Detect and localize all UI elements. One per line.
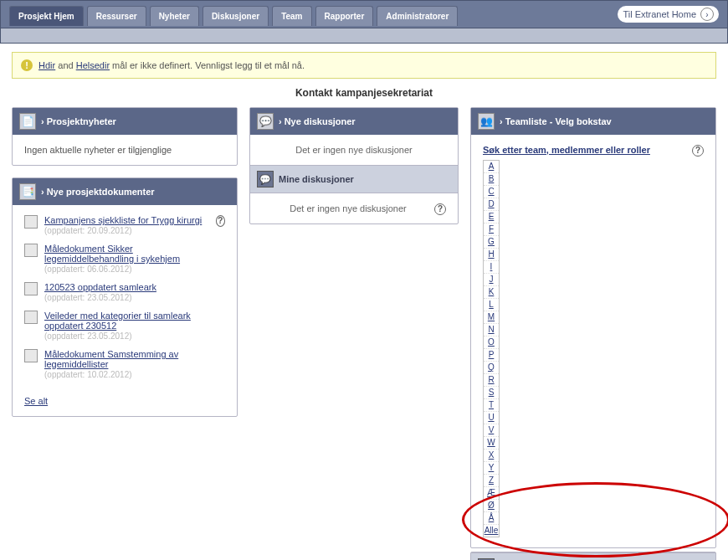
alpha-letter[interactable]: G (484, 236, 499, 249)
document-link[interactable]: Veileder med kategorier til samleark opp… (44, 311, 191, 331)
alpha-letter[interactable]: O (484, 337, 499, 349)
document-link[interactable]: Kampanjens sjekkliste for Trygg kirurgi (44, 215, 202, 225)
alpha-letter[interactable]: Q (484, 362, 499, 374)
panel-disc-title: Nye diskusjoner (279, 116, 356, 126)
page-title: Kontakt kampanjesekretariat (12, 87, 716, 99)
disc-empty-1: Det er ingen nye diskusjoner (250, 135, 458, 165)
tab-rapporter[interactable]: Rapporter (315, 6, 374, 26)
file-icon (24, 215, 38, 229)
warning-banner: ! Hdir and Helsedir mål er ikke definert… (12, 52, 716, 79)
panel-prosjektnyheter: 📄 Prosjektnyheter Ingen aktuelle nyheter… (12, 107, 238, 166)
see-all-link[interactable]: Se alt (24, 396, 225, 406)
alpha-letter[interactable]: E (484, 211, 499, 223)
document-item: Kampanjens sjekkliste for Trygg kirurgi(… (24, 215, 216, 235)
document-date: (oppdatert: 23.05.2012) (44, 293, 132, 302)
documents-icon: 📑 (19, 183, 36, 200)
tab-ressurser[interactable]: Ressurser (87, 6, 146, 26)
alpha-letter[interactable]: C (484, 186, 499, 198)
help-icon[interactable]: ? (692, 145, 704, 157)
file-icon (24, 311, 38, 324)
news-icon: 📄 (19, 113, 36, 130)
team-icon: 👥 (478, 113, 495, 130)
tab-team[interactable]: Team (272, 6, 311, 26)
alpha-letter[interactable]: I (484, 261, 499, 274)
file-icon (24, 282, 38, 295)
tab-underbar (0, 28, 728, 44)
document-link[interactable]: Måledokument Sikker legemiddelbehandling… (44, 244, 180, 264)
news-empty-text: Ingen aktuelle nyheter er tilgjenglige (13, 135, 237, 165)
document-list: Kampanjens sjekkliste for Trygg kirurgi(… (24, 215, 216, 388)
alpha-letter[interactable]: T (484, 399, 499, 412)
alpha-letter[interactable]: L (484, 299, 499, 311)
document-link[interactable]: 120523 oppdatert samleark (44, 282, 156, 292)
help-icon[interactable]: ? (216, 215, 225, 227)
alpha-letter[interactable]: A (484, 161, 499, 173)
document-item: Måledokument Samstemming av legemiddelli… (24, 349, 216, 379)
alpha-letter[interactable]: X (484, 450, 499, 462)
alpha-letter[interactable]: P (484, 349, 499, 362)
arrow-right-icon: › (700, 8, 714, 21)
panel-team-title: Teamliste - Velg bokstav (500, 116, 612, 126)
document-item: Veileder med kategorier til samleark opp… (24, 311, 216, 341)
alpha-letter[interactable]: B (484, 173, 499, 186)
alpha-letter[interactable]: R (484, 374, 499, 387)
alpha-letter[interactable]: S (484, 387, 499, 399)
file-icon (24, 244, 38, 257)
document-item: 120523 oppdatert samleark(oppdatert: 23.… (24, 282, 216, 302)
alpha-letter[interactable]: Ø (484, 500, 499, 512)
alpha-letter[interactable]: Y (484, 462, 499, 475)
document-date: (oppdatert: 10.02.2012) (44, 370, 132, 379)
panel-nye-prosjektdokumenter: 📑 Nye prosjektdokumenter Kampanjens sjek… (12, 177, 238, 417)
alpha-letter[interactable]: Z (484, 475, 499, 487)
alpha-letter[interactable]: V (484, 424, 499, 437)
panel-nye-diskusjoner: 💬 Nye diskusjoner Det er ingen nye disku… (249, 107, 459, 224)
warning-icon: ! (21, 59, 33, 71)
mine-disc-title: Mine diskusjoner (279, 174, 354, 184)
alpha-letter[interactable]: Æ (484, 487, 499, 500)
warning-mid: and (55, 60, 75, 70)
alpha-filter: ABCDEFGHIJKLMNOPQRSTUVWXYZÆØÅAlle (483, 160, 500, 537)
mine-diskusjoner-header[interactable]: 💬 Mine diskusjoner (250, 165, 458, 193)
extranet-home-link[interactable]: Til Extranet Home › (618, 6, 719, 23)
alpha-letter[interactable]: J (484, 274, 499, 286)
document-date: (oppdatert: 06.06.2012) (44, 265, 132, 274)
warning-link-hdir[interactable]: Hdir (38, 60, 55, 70)
discussion-icon: 💬 (257, 113, 274, 130)
disc-empty-2: Det er ingen nye diskusjoner (262, 203, 446, 213)
alpha-letter[interactable]: Å (484, 512, 499, 525)
panel-docs-title: Nye prosjektdokumenter (41, 187, 155, 197)
tab-nyheter[interactable]: Nyheter (150, 6, 199, 26)
panel-news-title: Prosjektnyheter (41, 116, 116, 126)
alpha-letter[interactable]: K (484, 286, 499, 299)
panel-mine-team: 👥 Mine Team HdirHelsedir (470, 552, 716, 560)
document-item: Måledokument Sikker legemiddelbehandling… (24, 244, 216, 274)
alpha-letter[interactable]: F (484, 223, 499, 236)
tab-diskusjoner[interactable]: Diskusjoner (203, 6, 269, 26)
warning-text: mål er ikke definert. Vennligst legg til… (110, 60, 305, 70)
tab-bar: Prosjekt Hjem Ressurser Nyheter Diskusjo… (0, 0, 728, 28)
alpha-letter[interactable]: M (484, 311, 499, 324)
panel-teamliste: 👥 Teamliste - Velg bokstav Søk etter tea… (470, 107, 716, 548)
document-link[interactable]: Måledokument Samstemming av legemiddelli… (44, 349, 178, 369)
alpha-letter[interactable]: H (484, 249, 499, 261)
warning-link-helsedir[interactable]: Helsedir (76, 60, 110, 70)
tab-administratorer[interactable]: Administratorer (377, 6, 458, 26)
tab-prosjekt-hjem[interactable]: Prosjekt Hjem (9, 6, 84, 26)
team-search-link[interactable]: Søk etter team, medlemmer eller roller (483, 145, 650, 155)
alpha-letter[interactable]: N (484, 324, 499, 337)
alpha-letter[interactable]: D (484, 198, 499, 211)
alpha-letter[interactable]: U (484, 412, 499, 424)
my-discussion-icon: 💬 (257, 171, 274, 188)
alpha-letter[interactable]: W (484, 437, 499, 450)
alpha-letter[interactable]: Alle (484, 525, 499, 537)
document-date: (oppdatert: 20.09.2012) (44, 226, 132, 235)
extranet-home-label: Til Extranet Home (623, 9, 696, 19)
help-icon[interactable]: ? (434, 203, 446, 215)
file-icon (24, 349, 38, 362)
document-date: (oppdatert: 23.05.2012) (44, 331, 132, 341)
